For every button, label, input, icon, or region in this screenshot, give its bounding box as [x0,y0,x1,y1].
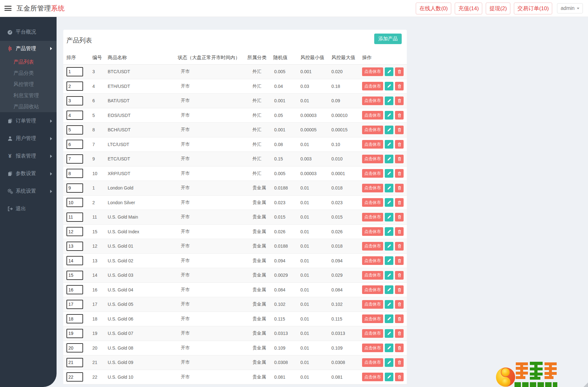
sort-order-input[interactable] [66,213,83,222]
close-market-button[interactable]: 点击休市 [362,155,383,163]
edit-button[interactable] [385,242,393,251]
delete-button[interactable] [395,140,404,149]
online-users-button[interactable]: 在线人数(0) [416,3,451,14]
delete-button[interactable] [395,155,404,163]
sidebar-item-platform-overview[interactable]: 平台概况 [0,23,57,41]
edit-button[interactable] [385,373,393,381]
edit-button[interactable] [385,140,393,149]
sort-order-input[interactable] [66,242,83,251]
delete-button[interactable] [395,82,404,90]
close-market-button[interactable]: 点击休市 [362,82,383,90]
close-market-button[interactable]: 点击休市 [362,373,383,381]
delete-button[interactable] [395,285,404,294]
sidebar-subitem-product-recycle-bin[interactable]: 产品回收站 [0,101,57,112]
sort-order-input[interactable] [66,169,83,178]
close-market-button[interactable]: 点击休市 [362,242,383,251]
delete-button[interactable] [395,329,404,338]
close-market-button[interactable]: 点击休市 [362,285,383,294]
close-market-button[interactable]: 点击休市 [362,344,383,352]
sidebar-item-parameter-settings[interactable]: 参数设置 [0,165,57,182]
sort-order-input[interactable] [66,198,83,207]
edit-button[interactable] [385,314,393,323]
close-market-button[interactable]: 点击休市 [362,256,383,265]
sidebar-item-logout[interactable]: 退出 [0,200,57,218]
close-market-button[interactable]: 点击休市 [362,140,383,149]
close-market-button[interactable]: 点击休市 [362,358,383,367]
sidebar-subitem-interest-treasure[interactable]: 利息宝管理 [0,90,57,101]
delete-button[interactable] [395,300,404,309]
sidebar-item-system-settings[interactable]: 系统设置 [0,182,57,200]
edit-button[interactable] [385,213,393,221]
sidebar-subitem-risk-management[interactable]: 风控管理 [0,79,57,90]
sort-order-input[interactable] [66,372,83,382]
delete-button[interactable] [395,256,404,265]
close-market-button[interactable]: 点击休市 [362,300,383,309]
sort-order-input[interactable] [66,271,83,280]
sidebar-item-order-management[interactable]: 订单管理 [0,112,57,130]
edit-button[interactable] [385,198,393,207]
delete-button[interactable] [395,67,404,76]
sort-order-input[interactable] [66,125,83,135]
edit-button[interactable] [385,82,393,90]
sort-order-input[interactable] [66,300,83,309]
delete-button[interactable] [395,126,404,134]
close-market-button[interactable]: 点击休市 [362,198,383,207]
edit-button[interactable] [385,97,393,105]
close-market-button[interactable]: 点击休市 [362,314,383,323]
sidebar-item-user-management[interactable]: 用户管理 [0,130,57,147]
close-market-button[interactable]: 点击休市 [362,329,383,338]
delete-button[interactable] [395,344,404,352]
close-market-button[interactable]: 点击休市 [362,111,383,120]
delete-button[interactable] [395,213,404,221]
edit-button[interactable] [385,344,393,352]
delete-button[interactable] [395,227,404,236]
edit-button[interactable] [385,227,393,236]
edit-button[interactable] [385,67,393,76]
delete-button[interactable] [395,271,404,280]
sidebar-item-report-management[interactable]: ¥ 报表管理 [0,147,57,165]
sort-order-input[interactable] [66,358,83,367]
sort-order-input[interactable] [66,140,83,149]
close-market-button[interactable]: 点击休市 [362,126,383,134]
hamburger-menu-icon[interactable] [4,5,12,12]
edit-button[interactable] [385,271,393,280]
delete-button[interactable] [395,358,404,367]
close-market-button[interactable]: 点击休市 [362,271,383,280]
close-market-button[interactable]: 点击休市 [362,184,383,192]
withdraw-button[interactable]: 提现(2) [486,3,510,14]
edit-button[interactable] [385,358,393,367]
sidebar-item-product-management[interactable]: B 产品管理 [0,41,57,56]
sort-order-input[interactable] [66,96,83,105]
sidebar-subitem-product-list[interactable]: 产品列表 [0,56,57,67]
close-market-button[interactable]: 点击休市 [362,67,383,76]
close-market-button[interactable]: 点击休市 [362,169,383,178]
sort-order-input[interactable] [66,154,83,164]
edit-button[interactable] [385,329,393,338]
delete-button[interactable] [395,169,404,178]
edit-button[interactable] [385,285,393,294]
sort-order-input[interactable] [66,111,83,120]
add-product-button[interactable]: 添加产品 [374,34,402,44]
trade-orders-button[interactable]: 交易订单(10) [514,3,552,14]
close-market-button[interactable]: 点击休市 [362,213,383,221]
edit-button[interactable] [385,184,393,192]
delete-button[interactable] [395,314,404,323]
sort-order-input[interactable] [66,329,83,338]
close-market-button[interactable]: 点击休市 [362,97,383,105]
delete-button[interactable] [395,111,404,120]
delete-button[interactable] [395,242,404,251]
recharge-button[interactable]: 充值(14) [455,3,482,14]
sort-order-input[interactable] [66,314,83,323]
sort-order-input[interactable] [66,256,83,265]
sort-order-input[interactable] [66,183,83,193]
delete-button[interactable] [395,184,404,192]
close-market-button[interactable]: 点击休市 [362,227,383,236]
edit-button[interactable] [385,126,393,134]
edit-button[interactable] [385,256,393,265]
edit-button[interactable] [385,169,393,178]
delete-button[interactable] [395,198,404,207]
delete-button[interactable] [395,97,404,105]
sort-order-input[interactable] [66,343,83,352]
admin-user-menu[interactable]: admin [557,3,583,13]
sort-order-input[interactable] [66,81,83,91]
